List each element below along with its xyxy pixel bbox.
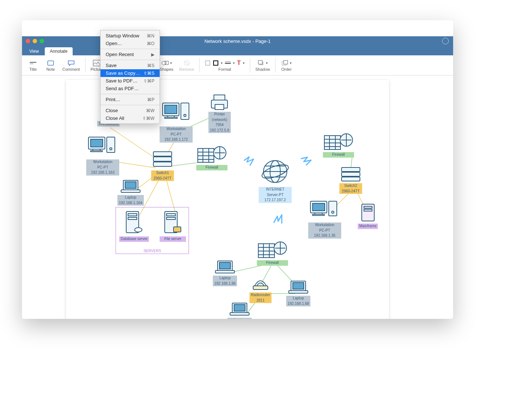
tb-shadow-label: Shadow [255,67,270,71]
mi-open-recent[interactable]: Open Recent▶ [101,51,160,58]
tb-comment-label: Comment [62,67,80,71]
label: File server [160,236,186,242]
mi-shortcut: ⌘O [147,41,154,46]
svg-rect-113 [230,313,249,315]
svg-rect-3 [93,60,101,66]
tb-remove[interactable]: Remove [177,56,196,74]
svg-rect-39 [165,117,177,118]
tb-shapes[interactable]: ▾Shapes [157,56,175,74]
label: Firewall [196,165,227,170]
tb-format[interactable]: ▾ ▾ T▾ Format [203,56,247,74]
svg-rect-105 [219,262,230,269]
node-radiorouter: Radiorouter 2811 [249,278,272,303]
svg-rect-63 [121,190,140,192]
mi-close[interactable]: Close⌘W [101,107,160,114]
node-firewall1: Firewall [196,144,227,170]
tb-order[interactable]: ▾Order [278,56,295,74]
svg-rect-40 [181,103,189,119]
svg-rect-91 [313,214,324,215]
svg-rect-46 [91,139,103,147]
node-mainframe: Mainframe [358,203,378,229]
tb-comment[interactable]: Comment [60,56,82,74]
label: 7954 [208,122,231,128]
label: Workstation [160,126,193,132]
toolbar-sep [199,58,200,73]
svg-rect-109 [293,283,304,289]
mi-close-all[interactable]: Close All⇧⌘W [101,114,160,122]
mi-label: Startup Window [106,33,139,38]
label: PC-PT [86,165,119,170]
mi-label: Print… [106,97,120,102]
node-workstation-left: Workstation PC-PT 192.168.1.163 [86,135,119,176]
mi-label: Open… [106,41,122,46]
mi-send-as-pdf[interactable]: Send as PDF… [101,85,160,92]
mi-open[interactable]: Open…⌘O [101,40,160,47]
svg-rect-51 [153,152,172,156]
canvas[interactable]: SERVERS 192.168.2.8 Workstation PC-PT 19… [22,75,453,319]
titlebar: Network scheme.vsdx - Page-1 [22,36,453,46]
svg-line-11 [185,61,189,65]
tab-view[interactable]: View [24,47,44,55]
mi-shortcut: ⌘P [147,97,154,102]
tb-shadow[interactable]: ▾Shadow [253,56,272,74]
toolbar-sep [85,58,85,73]
toolbar-sep [250,58,250,73]
window-title: Network scheme.vsdx - Page-1 [204,38,271,44]
svg-rect-2 [48,61,54,65]
tb-shapes-label: Shapes [160,67,173,71]
mi-label: Close [106,108,118,113]
label: 2811 [249,298,272,303]
mi-label: Close All [106,115,124,121]
node-switch2: Switch2 2960-24TT [339,166,362,194]
label: Laptop [227,318,252,319]
label: 192.172.5.8 [208,128,231,133]
mi-save-to-pdf[interactable]: Save to PDF…⇧⌘P [101,77,160,85]
zoom-icon[interactable] [40,39,44,43]
traffic-lights[interactable] [26,39,44,43]
mi-label: Open Recent [106,52,134,57]
label: Firewall [323,152,354,158]
label: Laptop [117,195,144,200]
tb-title[interactable]: Title [25,56,41,74]
svg-rect-110 [289,291,308,293]
svg-rect-1 [30,63,33,64]
tb-note-label: Note [46,67,55,71]
feedback-icon[interactable] [442,38,449,44]
tab-annotate[interactable]: Annotate [45,47,73,55]
tabs-row: View Annotate [22,46,453,55]
label: INTERNET [259,187,292,192]
label: 192.168.1.164 [117,200,144,206]
label: Laptop [286,296,310,301]
mi-save-as-copy[interactable]: Save as Copy…⇧⌘S [101,69,160,77]
node-laptop2: Laptop 192.168.1.66 [213,259,237,286]
mi-save[interactable]: Save⌘S [101,62,160,69]
label: 192.168.1.163 [86,170,119,176]
svg-rect-42 [214,95,225,100]
svg-rect-53 [153,162,172,166]
minimize-icon[interactable] [33,39,37,43]
tb-note[interactable]: Note [43,56,59,74]
mi-label: Save as Copy… [106,70,140,76]
node-firewall3: Firewall [257,239,288,266]
toolbar-sep [275,58,276,73]
label: PC-PT [160,132,193,137]
label: Laptop [213,276,237,281]
mi-print[interactable]: Print…⌘P [101,96,160,103]
mi-shortcut: ⇧⌘W [142,116,154,121]
mi-shortcut: ⌘W [146,108,154,113]
svg-rect-89 [313,203,325,211]
label: Server-PT [259,192,292,198]
close-icon[interactable] [26,39,30,43]
node-workstation-top: Workstation PC-PT 192.168.1.172 [160,100,193,143]
label: Workstation [308,222,341,228]
svg-rect-85 [342,167,360,172]
node-internet: INTERNET Server-PT 172.17.197.2 [259,157,292,203]
label: Printer [208,112,231,117]
tb-remove-label: Remove [179,67,194,71]
node-db-server: Database server [119,210,149,242]
file-menu-dropdown: Startup Window⌘N Open…⌘O Open Recent▶ Sa… [100,30,160,124]
mi-shortcut: ⇧⌘S [143,71,154,76]
app-window: Network scheme.vsdx - Page-1 View Annota… [22,20,453,319]
label: Workstation [86,159,119,165]
mi-startup-window[interactable]: Startup Window⌘N [101,32,160,40]
